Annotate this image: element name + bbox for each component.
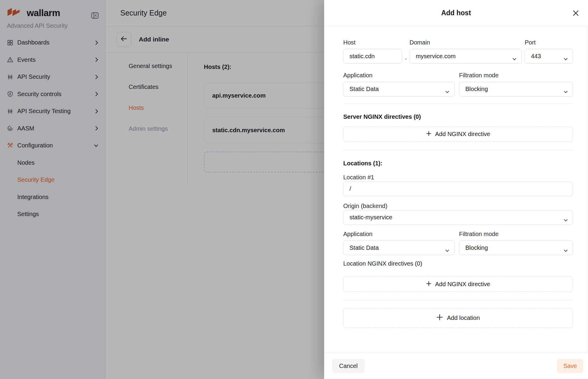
modal-footer: Cancel Save bbox=[324, 353, 588, 379]
modal-scrollbar[interactable] bbox=[587, 27, 587, 352]
plus-icon bbox=[426, 131, 431, 138]
location-application-label: Application bbox=[343, 231, 455, 237]
port-label: Port bbox=[525, 39, 573, 45]
host-domain-separator: . bbox=[402, 53, 410, 64]
filtration-mode-label: Filtration mode bbox=[459, 72, 573, 78]
origin-backend-select[interactable]: static-myservice bbox=[343, 210, 573, 225]
filtration-mode-select[interactable]: Blocking bbox=[459, 82, 573, 96]
add-directive-label: Add NGINX directive bbox=[435, 281, 490, 288]
add-directive-label: Add NGINX directive bbox=[435, 131, 490, 138]
application-select[interactable]: Static Data bbox=[343, 82, 455, 96]
modal-header: Add host bbox=[324, 0, 588, 26]
section-divider bbox=[343, 300, 573, 301]
application-label: Application bbox=[343, 72, 455, 78]
plus-icon bbox=[436, 314, 443, 322]
add-location-nginx-directive-button[interactable]: Add NGINX directive bbox=[343, 277, 573, 292]
host-domain-port-row: Host . Domain myservice.com Port bbox=[343, 39, 573, 64]
location-number-label: Location #1 bbox=[343, 174, 573, 180]
domain-value: myservice.com bbox=[416, 53, 455, 60]
section-divider bbox=[343, 104, 573, 104]
add-server-nginx-directive-button[interactable]: Add NGINX directive bbox=[343, 127, 573, 141]
chevron-down-icon bbox=[445, 247, 449, 249]
locations-heading: Locations (1): bbox=[343, 160, 573, 166]
location-application-filtration-row: Application Static Data Filtration mode … bbox=[343, 231, 573, 255]
location-application-value: Static Data bbox=[350, 244, 379, 251]
chevron-down-icon bbox=[564, 247, 568, 249]
domain-select[interactable]: myservice.com bbox=[410, 49, 522, 64]
domain-label: Domain bbox=[410, 39, 522, 45]
add-host-modal: Add host Host . Domain myservice.com bbox=[324, 0, 588, 379]
modal-body: Host . Domain myservice.com Port bbox=[324, 27, 588, 352]
modal-title: Add host bbox=[441, 9, 471, 17]
location-filtration-mode-value: Blocking bbox=[465, 244, 488, 251]
application-value: Static Data bbox=[350, 86, 379, 93]
chevron-down-icon bbox=[564, 216, 568, 219]
section-divider bbox=[343, 150, 573, 150]
chevron-down-icon bbox=[512, 55, 516, 58]
location-filtration-mode-select[interactable]: Blocking bbox=[459, 241, 573, 255]
host-input[interactable] bbox=[343, 49, 402, 64]
location-directives-heading: Location NGINX directives (0) bbox=[343, 261, 573, 266]
server-directives-heading: Server NGINX directives (0) bbox=[343, 114, 573, 120]
plus-icon bbox=[426, 281, 431, 288]
add-location-label: Add location bbox=[447, 315, 480, 321]
chevron-down-icon bbox=[564, 88, 568, 91]
application-filtration-row: Application Static Data Filtration mode … bbox=[343, 72, 573, 96]
host-label: Host bbox=[343, 39, 402, 45]
location-path-input[interactable] bbox=[343, 181, 573, 196]
location-filtration-mode-label: Filtration mode bbox=[459, 231, 573, 237]
origin-backend-label: Origin (backend) bbox=[343, 203, 573, 209]
port-select[interactable]: 443 bbox=[525, 49, 573, 64]
app-window: wallarm Advanced API Security Dashboard bbox=[0, 0, 588, 379]
chevron-down-icon bbox=[445, 88, 449, 91]
cancel-button[interactable]: Cancel bbox=[332, 359, 365, 373]
save-button[interactable]: Save bbox=[557, 359, 583, 373]
port-value: 443 bbox=[531, 53, 541, 60]
add-location-button[interactable]: Add location bbox=[343, 308, 573, 328]
filtration-mode-value: Blocking bbox=[465, 86, 488, 93]
close-icon[interactable] bbox=[572, 9, 580, 17]
chevron-down-icon bbox=[564, 55, 568, 58]
origin-backend-value: static-myservice bbox=[350, 214, 392, 221]
location-application-select[interactable]: Static Data bbox=[343, 241, 455, 255]
